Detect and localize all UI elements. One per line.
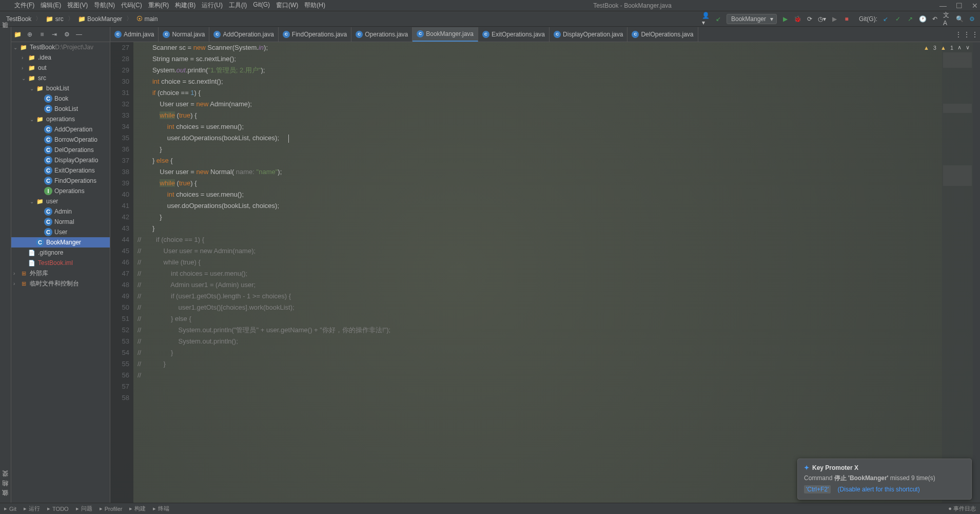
code-line[interactable]: } bbox=[138, 223, 980, 234]
editor-tab[interactable]: CNormal.java bbox=[159, 27, 209, 42]
vcs-pull-icon[interactable]: ↙ bbox=[881, 15, 890, 23]
tree-item[interactable]: ›⊞临时文件和控制台 bbox=[11, 278, 110, 289]
code-line[interactable]: // if (user1.getOts().length - 1 >= choi… bbox=[138, 291, 980, 302]
status-item[interactable]: ▸Profiler bbox=[100, 505, 123, 512]
editor-tab[interactable]: CDisplayOperation.java bbox=[550, 27, 628, 42]
code-line[interactable]: // } bbox=[138, 347, 980, 358]
code-line[interactable]: } bbox=[138, 144, 980, 155]
close-icon[interactable]: ✕ bbox=[972, 2, 978, 10]
status-item[interactable]: ▸Git bbox=[4, 505, 16, 512]
code-line[interactable]: // User user = new Admin(name); bbox=[138, 245, 980, 257]
more-icon[interactable]: ⋮ bbox=[972, 31, 978, 38]
expander-icon[interactable]: ⌄ bbox=[13, 45, 19, 50]
code-line[interactable]: // bbox=[138, 370, 980, 381]
inspection-strip[interactable] bbox=[973, 42, 980, 503]
editor-body[interactable]: 2728293031323334353637383940414243444546… bbox=[110, 42, 980, 503]
stop-icon[interactable]: ■ bbox=[842, 15, 851, 23]
breadcrumb-item[interactable]: TestBook bbox=[4, 14, 33, 24]
search-icon[interactable]: 🔍 bbox=[955, 15, 964, 23]
settings-icon[interactable]: ⚙ bbox=[968, 15, 976, 23]
notification-popup[interactable]: ✦ Key Promoter X Command 停止 'BookManger'… bbox=[797, 459, 972, 500]
class-icon[interactable]: ⋮ bbox=[955, 31, 962, 38]
translate-icon[interactable]: 文A bbox=[943, 15, 951, 23]
notification-disable-link[interactable]: (Disable alert for this shortcut) bbox=[838, 486, 920, 493]
editor-tab[interactable]: COperations.java bbox=[351, 27, 413, 42]
tree-item[interactable]: ⌄📁TestBook D:\Project\Jav bbox=[11, 42, 110, 52]
tree-item[interactable]: CDisplayOperatio bbox=[11, 155, 110, 165]
select-opened-icon[interactable]: ⊕ bbox=[26, 30, 34, 39]
code-line[interactable]: int choices = user.menu(); bbox=[138, 121, 980, 132]
nav-down-icon[interactable]: ∨ bbox=[966, 44, 970, 51]
menu-item[interactable]: 代码(C) bbox=[121, 1, 142, 10]
code-line[interactable]: Scanner sc = new Scanner(System.in); bbox=[138, 42, 980, 53]
status-item[interactable]: ▸问题 bbox=[76, 505, 92, 512]
tree-item[interactable]: CAddOperation bbox=[11, 124, 110, 135]
run-icon[interactable]: ▶ bbox=[781, 15, 789, 23]
editor-tab[interactable]: CAdmin.java bbox=[110, 27, 159, 42]
menu-item[interactable]: 文件(F) bbox=[14, 1, 34, 10]
tree-item[interactable]: 📄.gitignore bbox=[11, 248, 110, 258]
vcs-commit-icon[interactable]: ✓ bbox=[894, 15, 902, 23]
tree-item[interactable]: ⌄📁src bbox=[11, 73, 110, 83]
editor-tab[interactable]: CFindOperations.java bbox=[279, 27, 351, 42]
vcs-update-icon[interactable]: ↙ bbox=[714, 15, 722, 23]
menu-item[interactable]: 运行(U) bbox=[202, 1, 223, 10]
menu-item[interactable]: 工具(I) bbox=[229, 1, 247, 10]
code-line[interactable]: int choices = user.menu(); bbox=[138, 189, 980, 200]
expander-icon[interactable]: ⌄ bbox=[30, 199, 36, 204]
project-tree[interactable]: ⌄📁TestBook D:\Project\Jav›📁.idea›📁out⌄📁s… bbox=[11, 42, 110, 503]
expander-icon[interactable]: › bbox=[13, 281, 19, 287]
tree-item[interactable]: ⌄📁operations bbox=[11, 114, 110, 124]
code-line[interactable]: // System.out.println(); bbox=[138, 336, 980, 347]
expander-icon[interactable]: › bbox=[22, 55, 28, 61]
breadcrumb-item[interactable]: ⦿ main bbox=[134, 14, 160, 24]
project-view-icon[interactable]: 📁 bbox=[13, 30, 22, 39]
tree-item[interactable]: ⌄📁user bbox=[11, 196, 110, 206]
expander-icon[interactable]: ⌄ bbox=[22, 75, 28, 81]
run-config-selector[interactable]: BookManger bbox=[727, 14, 777, 24]
coverage-icon[interactable]: ⟳ bbox=[806, 15, 814, 23]
collapse-all-icon[interactable]: ⇥ bbox=[50, 30, 58, 39]
code-line[interactable]: // int choices = user.menu(); bbox=[138, 268, 980, 279]
maximize-icon[interactable]: ☐ bbox=[956, 2, 963, 10]
favorites-tool-tab[interactable]: 收藏 bbox=[0, 499, 11, 503]
code-line[interactable]: } bbox=[138, 212, 980, 223]
breadcrumb-item[interactable]: 📁 src bbox=[44, 14, 65, 24]
editor-tab[interactable]: CExitOperations.java bbox=[478, 27, 550, 42]
code-line[interactable]: // user1.getOts()[choices].work(bookList… bbox=[138, 302, 980, 313]
tree-item[interactable]: ›⊞外部库 bbox=[11, 268, 110, 278]
code-line[interactable]: User user = new Normal( name: "name"); bbox=[138, 166, 980, 178]
show-options-icon[interactable]: ⚙ bbox=[63, 30, 71, 39]
user-icon[interactable]: 👤▾ bbox=[702, 15, 710, 23]
code-line[interactable]: // while (true) { bbox=[138, 257, 980, 268]
code-line[interactable]: int choice = sc.nextInt(); bbox=[138, 76, 980, 87]
attach-icon[interactable]: ▶ bbox=[830, 15, 838, 23]
menu-item[interactable]: 窗口(W) bbox=[276, 1, 298, 10]
code-area[interactable]: Scanner sc = new Scanner(System.in); Str… bbox=[133, 42, 980, 503]
minimize-icon[interactable]: — bbox=[939, 2, 947, 10]
rollback-icon[interactable]: ↶ bbox=[931, 15, 939, 23]
hide-icon[interactable]: — bbox=[75, 30, 83, 39]
editor-tab[interactable]: CDelOperations.java bbox=[628, 27, 698, 42]
code-line[interactable]: while (true) { bbox=[138, 110, 980, 121]
tree-item[interactable]: CDelOperations bbox=[11, 145, 110, 155]
status-item[interactable]: ▸终端 bbox=[153, 505, 169, 512]
menu-item[interactable]: 重构(R) bbox=[148, 1, 169, 10]
tree-item[interactable]: ⌄📁bookList bbox=[11, 83, 110, 93]
debug-icon[interactable]: 🐞 bbox=[793, 15, 801, 23]
code-line[interactable]: } else { bbox=[138, 155, 980, 166]
breadcrumb-item[interactable]: 📁 BookManger bbox=[76, 14, 124, 24]
structure-tool-tab[interactable]: 结构 bbox=[0, 489, 11, 493]
vcs-push-icon[interactable]: ↗ bbox=[906, 15, 914, 23]
profile-icon[interactable]: ◷▾ bbox=[818, 15, 826, 23]
tree-item[interactable]: CBorrowOperatio bbox=[11, 135, 110, 145]
tree-item[interactable]: CBook bbox=[11, 93, 110, 104]
menu-item[interactable]: 视图(V) bbox=[67, 1, 88, 10]
commit-tool-tab[interactable]: 提交 bbox=[0, 480, 11, 484]
expand-all-icon[interactable]: ≡ bbox=[38, 30, 46, 39]
tree-item[interactable]: CBookManger bbox=[11, 237, 110, 248]
code-line[interactable]: // } bbox=[138, 358, 980, 370]
code-line[interactable]: // System.out.println("管理员" + user.getNa… bbox=[138, 325, 980, 336]
expander-icon[interactable]: › bbox=[22, 65, 28, 71]
code-line[interactable]: // } else { bbox=[138, 313, 980, 325]
